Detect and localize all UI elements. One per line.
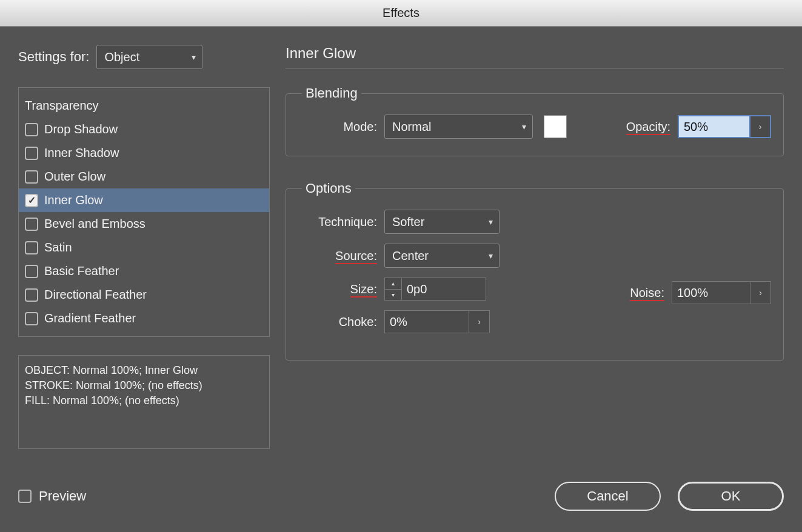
summary-line: FILL: Normal 100%; (no effects)	[25, 393, 263, 408]
effects-summary: OBJECT: Normal 100%; Inner Glow STROKE: …	[18, 355, 270, 449]
effects-item-inner-shadow[interactable]: Inner Shadow	[19, 141, 269, 165]
checkbox[interactable]	[25, 218, 38, 231]
checkbox[interactable]	[25, 288, 38, 302]
checkbox[interactable]	[25, 170, 38, 184]
choke-input-wrap: ›	[384, 310, 490, 333]
opacity-label: Opacity:	[626, 120, 670, 134]
ok-button[interactable]: OK	[678, 482, 784, 511]
effects-item-directional-feather[interactable]: Directional Feather	[19, 283, 269, 307]
effects-item-gradient-feather[interactable]: Gradient Feather	[19, 307, 269, 330]
settings-for-row: Settings for: Object ▾	[18, 45, 270, 69]
chevron-down-icon: ▾	[489, 217, 493, 227]
checkbox[interactable]	[25, 312, 38, 325]
effects-item-outer-glow[interactable]: Outer Glow	[19, 165, 269, 188]
options-group: Options Technique: Softer ▾ Source: Cent…	[286, 181, 784, 361]
window-titlebar: Effects	[0, 0, 802, 27]
noise-input-wrap: ›	[672, 281, 771, 304]
stepper-up-icon[interactable]: ▴	[385, 278, 401, 290]
technique-select[interactable]: Softer ▾	[384, 210, 500, 234]
summary-line: STROKE: Normal 100%; (no effects)	[25, 378, 263, 393]
opacity-popup-button[interactable]: ›	[750, 115, 771, 138]
source-label: Source:	[298, 249, 377, 263]
effects-list-header[interactable]: Transparency	[19, 94, 269, 118]
effects-item-basic-feather[interactable]: Basic Feather	[19, 259, 269, 283]
preview-label: Preview	[39, 488, 86, 504]
checkbox[interactable]	[25, 194, 38, 207]
stepper-down-icon[interactable]: ▾	[385, 290, 401, 301]
preview-checkbox[interactable]	[18, 490, 32, 503]
technique-label: Technique:	[298, 215, 377, 229]
settings-for-select[interactable]: Object ▾	[96, 45, 202, 69]
blending-group: Blending Mode: Normal ▾ Opacity: ›	[286, 85, 784, 156]
chevron-down-icon: ▾	[489, 251, 493, 261]
checkbox[interactable]	[25, 265, 38, 278]
noise-input[interactable]	[672, 281, 750, 304]
opacity-input[interactable]	[678, 115, 750, 138]
choke-label: Choke:	[298, 315, 377, 329]
size-input[interactable]	[401, 278, 486, 301]
noise-popup-button[interactable]: ›	[750, 281, 771, 304]
technique-value: Softer	[392, 215, 424, 229]
size-stepper[interactable]: ▴ ▾	[384, 278, 401, 301]
checkbox[interactable]	[25, 147, 38, 160]
window-title: Effects	[383, 6, 419, 20]
choke-input[interactable]	[384, 310, 469, 333]
effects-item-drop-shadow[interactable]: Drop Shadow	[19, 118, 269, 141]
source-value: Center	[392, 249, 429, 263]
size-label: Size:	[298, 282, 377, 296]
settings-for-label: Settings for:	[18, 49, 89, 65]
checkbox[interactable]	[25, 241, 38, 254]
effects-list: Transparency Drop Shadow Inner Shadow Ou…	[18, 87, 270, 337]
summary-line: OBJECT: Normal 100%; Inner Glow	[25, 363, 263, 378]
mode-value: Normal	[392, 120, 431, 134]
size-input-wrap: ▴ ▾	[384, 278, 486, 301]
chevron-down-icon: ▾	[192, 52, 196, 62]
options-legend: Options	[302, 181, 355, 196]
settings-for-value: Object	[104, 50, 139, 64]
effects-item-bevel-emboss[interactable]: Bevel and Emboss	[19, 212, 269, 236]
choke-popup-button[interactable]: ›	[469, 310, 490, 333]
checkbox[interactable]	[25, 123, 38, 136]
mode-label: Mode:	[298, 120, 377, 134]
color-swatch[interactable]	[544, 115, 567, 138]
source-select[interactable]: Center ▾	[384, 244, 500, 268]
noise-label: Noise:	[630, 286, 664, 300]
chevron-down-icon: ▾	[522, 122, 526, 131]
mode-select[interactable]: Normal ▾	[384, 115, 533, 139]
opacity-input-wrap: ›	[678, 115, 771, 138]
panel-title: Inner Glow	[286, 45, 784, 68]
effects-item-inner-glow[interactable]: Inner Glow	[19, 188, 269, 212]
blending-legend: Blending	[302, 85, 361, 101]
effects-item-satin[interactable]: Satin	[19, 236, 269, 259]
cancel-button[interactable]: Cancel	[555, 482, 661, 511]
preview-row: Preview	[18, 488, 86, 504]
